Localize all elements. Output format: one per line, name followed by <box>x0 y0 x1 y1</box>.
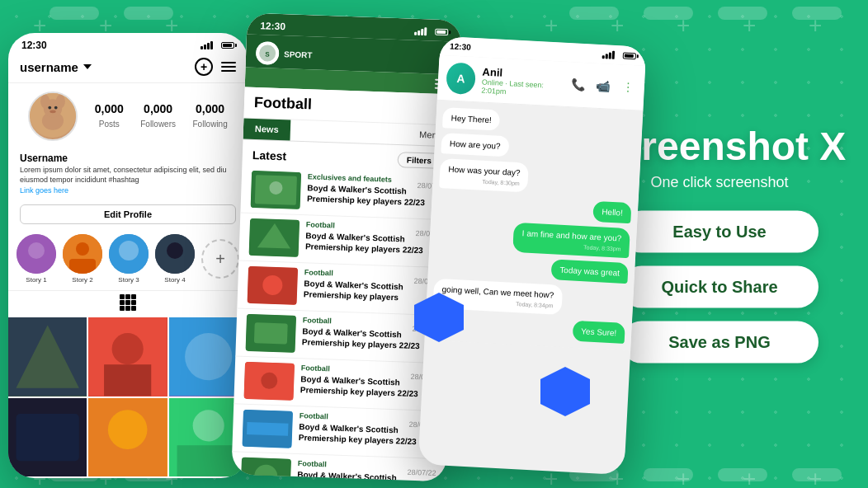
feature-share-button[interactable]: Quick to Share <box>620 265 818 307</box>
phone1-status-icons <box>200 41 234 49</box>
posts-count: 0,000 <box>95 102 124 115</box>
news-item[interactable]: Exclusives and feautets Boyd & Walker's … <box>240 166 456 221</box>
message-bubble: Today was great <box>551 259 629 284</box>
svg-point-14 <box>119 241 139 260</box>
news-item[interactable]: Football Boyd & Walker's Scottish Premie… <box>238 213 455 268</box>
hex-badge-1 <box>414 293 464 342</box>
sport-brand: SPORT <box>284 49 313 59</box>
story-label: Story 4 <box>164 276 185 284</box>
svg-point-6 <box>54 106 58 110</box>
phone2-time: 12:30 <box>260 20 285 32</box>
story-circle <box>109 234 149 274</box>
posts-stat: 0,000 Posts <box>95 102 124 130</box>
svg-rect-21 <box>104 365 151 396</box>
followers-stat: 0,000 Followers <box>140 102 176 130</box>
story-item[interactable]: Story 1 <box>17 234 56 284</box>
phone-instagram: 12:30 username <box>8 33 248 478</box>
story-label: Story 1 <box>26 276 46 284</box>
hex-shape-icon <box>414 293 464 342</box>
feature-easy-button[interactable]: Easy to Use <box>620 210 818 252</box>
story-circle <box>155 234 195 274</box>
message-text: How was your day? <box>448 165 521 178</box>
battery-icon <box>623 52 636 59</box>
feature-save-button[interactable]: Save as PNG <box>620 321 818 363</box>
main-container: 12:30 username <box>0 0 868 488</box>
following-label: Following <box>192 120 227 129</box>
news-tab-active[interactable]: News <box>243 119 291 141</box>
news-content: Exclusives and feautets Boyd & Walker's … <box>307 172 446 214</box>
message-bubble: Yes Sure! <box>573 321 625 344</box>
news-thumbnail <box>242 410 293 448</box>
svg-point-29 <box>192 410 224 441</box>
phone-chat: 12:30 A Anil Online · Last seen: 2:01pm <box>418 36 647 475</box>
message-text: How are you? <box>450 139 501 151</box>
bio-link[interactable]: Link goes here <box>20 186 236 195</box>
add-post-icon[interactable] <box>195 58 213 76</box>
stories-row: Story 1 Story 2 <box>8 231 248 290</box>
followers-label: Followers <box>140 120 176 129</box>
sport-logo-icon: S <box>256 41 280 65</box>
grid-tab[interactable] <box>8 290 248 314</box>
news-content: Football Boyd & Walker's Scottish Premie… <box>298 411 437 453</box>
photo-cell <box>8 398 87 476</box>
news-content: Football Boyd & Walker's Scottish Premie… <box>296 459 436 481</box>
menu-icon[interactable] <box>221 62 236 72</box>
news-item[interactable]: Football Boyd & Walker's Scottish Premie… <box>232 404 448 459</box>
svg-point-9 <box>28 242 45 259</box>
story-item[interactable]: Story 2 <box>63 234 102 284</box>
message-text: Today was great <box>559 265 620 278</box>
posts-label: Posts <box>99 120 120 129</box>
svg-point-16 <box>167 242 183 259</box>
news-item[interactable]: Football Boyd & Walker's Scottish Premie… <box>234 356 450 411</box>
battery-icon <box>435 29 448 36</box>
story-label: Story 2 <box>72 276 92 284</box>
sport-logo: S SPORT <box>256 41 313 66</box>
grid-icon <box>120 294 136 311</box>
news-content: Football Boyd & Walker's Scottish Premie… <box>300 364 439 406</box>
svg-rect-54 <box>247 422 288 436</box>
svg-point-4 <box>56 95 65 109</box>
chat-contact-info: Anil Online · Last seen: 2:01pm <box>481 65 564 98</box>
avatar-image <box>30 92 76 139</box>
bio-text: Lorem ipsum dolor sit amet, consectetur … <box>20 166 236 185</box>
add-story-button[interactable]: + <box>201 239 239 279</box>
phone1-header: username <box>8 54 248 83</box>
signal-icon <box>200 41 213 49</box>
phone3-status-icons <box>602 49 637 60</box>
svg-text:S: S <box>265 50 270 58</box>
news-thumbnail <box>251 171 302 209</box>
username-label: username <box>20 60 78 74</box>
phone-call-icon[interactable]: 📞 <box>569 76 587 93</box>
profile-stats: 0,000 Posts 0,000 Followers 0,000 Follow… <box>8 83 248 149</box>
svg-point-23 <box>185 333 232 380</box>
signal-icon <box>414 27 427 36</box>
svg-point-11 <box>76 242 89 256</box>
phone2-status-icons <box>414 27 448 36</box>
message-text: Yes Sure! <box>581 327 617 338</box>
message-bubble: I am fine and how are you? Today, 8:33pm <box>513 223 630 258</box>
chat-avatar: A <box>446 62 476 95</box>
photo-cell <box>8 317 87 396</box>
svg-point-27 <box>108 410 148 449</box>
chevron-down-icon[interactable] <box>83 64 92 69</box>
edit-profile-button[interactable]: Edit Profile <box>20 204 236 224</box>
header-action-icons <box>195 58 236 76</box>
message-bubble: Hey There! <box>442 107 501 131</box>
news-date: 28/07/22 <box>407 468 436 477</box>
video-call-icon[interactable]: 📹 <box>594 77 611 95</box>
followers-count: 0,000 <box>140 102 176 115</box>
signal-icon <box>602 50 616 59</box>
story-image <box>17 234 56 274</box>
svg-point-3 <box>40 95 50 109</box>
more-options-icon[interactable]: ⋮ <box>619 78 636 96</box>
svg-rect-30 <box>177 445 239 476</box>
battery-icon <box>221 42 234 49</box>
chat-contact-status: Online · Last seen: 2:01pm <box>481 77 564 98</box>
news-thumbnail <box>240 458 291 482</box>
story-item[interactable]: Story 3 <box>109 234 149 284</box>
latest-label: Latest <box>252 148 287 162</box>
svg-rect-12 <box>69 259 96 274</box>
message-bubble: Hello! <box>593 201 632 223</box>
app-subtitle: One click screenshot <box>650 173 788 190</box>
story-item[interactable]: Story 4 <box>155 234 195 284</box>
